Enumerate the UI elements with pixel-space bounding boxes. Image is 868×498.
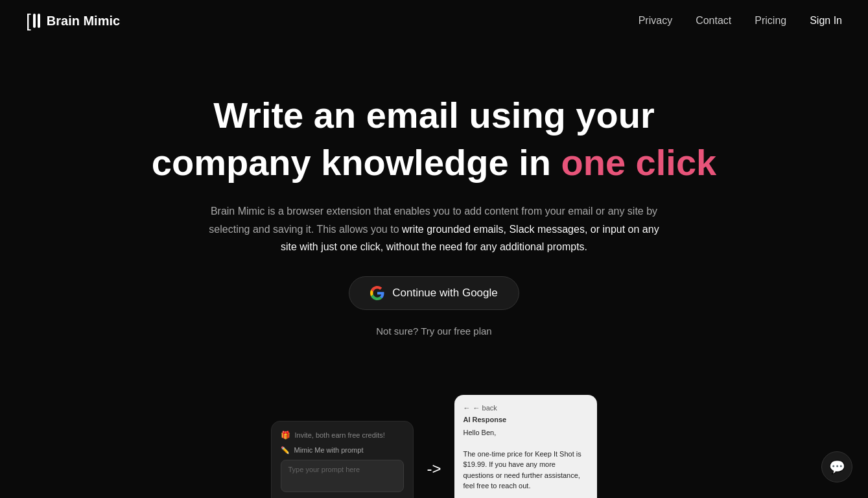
arrow-symbol: -> <box>427 460 441 478</box>
resp-back-text: ← back <box>473 404 497 412</box>
resp-title: AI Response <box>463 416 588 423</box>
free-plan-link[interactable]: Not sure? Try our free plan <box>13 326 855 337</box>
ext-invite-text: Invite, both earn free credits! <box>294 431 384 439</box>
hero-title-line2: company knowledge in one click <box>13 141 855 184</box>
ext-mimic-text: Mimic Me with prompt <box>294 446 363 454</box>
nav-privacy[interactable]: Privacy <box>639 15 672 27</box>
nav-signin[interactable]: Sign In <box>810 15 842 27</box>
navbar: [ Brain Mimic Privacy Contact Pricing Si… <box>0 0 868 42</box>
invite-icon: 🎁 <box>281 431 290 440</box>
response-card: ← ← back AI Response Hello Ben, The one-… <box>454 395 597 498</box>
resp-body: Hello Ben, The one-time price for Keep I… <box>463 427 588 498</box>
extension-card: 🎁 Invite, both earn free credits! ✏️ Mim… <box>271 421 414 498</box>
back-arrow-icon: ← <box>463 404 471 412</box>
resp-body-text: The one-time price for Keep It Shot is $… <box>463 449 588 492</box>
hero-title-plain: company knowledge in <box>152 142 561 183</box>
logo-link[interactable]: [ Brain Mimic <box>26 12 120 30</box>
logo-pipe-1 <box>33 14 36 28</box>
edit-icon: ✏️ <box>281 446 290 455</box>
demo-arrow: -> <box>427 460 441 478</box>
google-btn-label: Continue with Google <box>392 287 498 300</box>
nav-contact[interactable]: Contact <box>696 15 731 27</box>
google-icon <box>370 286 384 300</box>
logo-text: Brain Mimic <box>47 14 120 29</box>
logo-pipes <box>33 14 40 28</box>
logo-icon: [ <box>26 12 40 30</box>
chat-support-button[interactable]: 💬 <box>821 451 852 482</box>
google-signin-button[interactable]: Continue with Google <box>349 276 519 310</box>
demo-section: 🎁 Invite, both earn free credits! ✏️ Mim… <box>0 395 868 498</box>
logo-pipe-2 <box>38 14 40 28</box>
hero-description: Brain Mimic is a browser extension that … <box>201 202 668 255</box>
demo-inner: 🎁 Invite, both earn free credits! ✏️ Mim… <box>271 395 596 498</box>
ext-invite-row: 🎁 Invite, both earn free credits! <box>281 431 404 440</box>
nav-links: Privacy Contact Pricing Sign In <box>639 15 842 27</box>
logo-bracket-left: [ <box>26 12 31 30</box>
ext-prompt-input-display: Type your prompt here <box>281 460 404 492</box>
ext-mimic-row: ✏️ Mimic Me with prompt <box>281 446 404 455</box>
hero-section: Write an email using your company knowle… <box>0 42 868 395</box>
resp-greeting: Hello Ben, <box>463 427 588 438</box>
nav-pricing[interactable]: Pricing <box>755 15 786 27</box>
chat-support-icon: 💬 <box>829 459 845 475</box>
hero-title-line1: Write an email using your <box>13 93 855 137</box>
hero-title-accent: one click <box>561 142 717 183</box>
resp-back-button[interactable]: ← ← back <box>463 404 588 412</box>
